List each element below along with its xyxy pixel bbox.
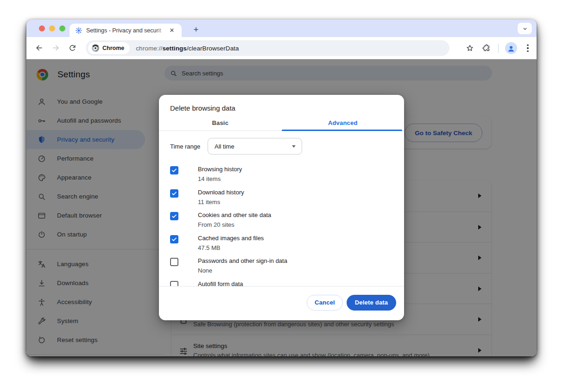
chrome-logo-icon xyxy=(92,44,99,52)
browser-window: Settings - Privacy and securit ✕ + Chrom… xyxy=(26,19,537,356)
data-type-row-cached-images-and-files[interactable]: Cached images and files47.5 MB xyxy=(170,231,393,255)
cancel-button[interactable]: Cancel xyxy=(307,295,343,311)
checkbox-checked[interactable] xyxy=(170,166,178,174)
data-type-row-download-history[interactable]: Download history11 items xyxy=(170,186,393,209)
bookmark-star-button[interactable] xyxy=(465,43,475,53)
site-chip-label: Chrome xyxy=(102,45,124,51)
back-button[interactable] xyxy=(32,41,46,55)
close-window-button[interactable] xyxy=(39,25,45,31)
data-type-count: 47.5 MB xyxy=(198,243,393,253)
browser-toolbar: Chrome chrome://settings/clearBrowserDat… xyxy=(26,37,537,59)
back-arrow-icon xyxy=(35,44,44,52)
site-chip[interactable]: Chrome xyxy=(88,42,130,54)
browser-menu-button[interactable] xyxy=(524,43,532,53)
checkbox-checked[interactable] xyxy=(170,189,178,198)
tab-title: Settings - Privacy and securit xyxy=(86,27,166,34)
new-tab-button[interactable]: + xyxy=(190,23,202,36)
data-type-label: Download history xyxy=(198,188,393,197)
data-type-label: Cookies and other site data xyxy=(198,211,393,220)
data-type-row-browsing-history[interactable]: Browsing history14 items xyxy=(170,162,393,186)
settings-gear-favicon-icon xyxy=(75,27,82,34)
data-type-label: Autofill form data xyxy=(198,280,393,286)
checkbox-checked[interactable] xyxy=(170,212,178,220)
time-range-select[interactable]: All time xyxy=(208,138,302,155)
data-type-count: 11 items xyxy=(198,197,393,207)
data-type-row-cookies-and-other-site-data[interactable]: Cookies and other site dataFrom 20 sites xyxy=(170,208,393,231)
tab-strip: Settings - Privacy and securit ✕ + xyxy=(26,19,537,37)
delete-browsing-data-dialog: Delete browsing data Basic Advanced Time… xyxy=(159,95,404,320)
data-type-count: 14 items xyxy=(198,174,393,184)
data-type-row-passwords-and-other-sign-in-data[interactable]: Passwords and other sign-in dataNone xyxy=(170,254,393,277)
forward-button xyxy=(49,41,63,55)
checkbox-unchecked[interactable] xyxy=(170,258,178,266)
tab-advanced[interactable]: Advanced xyxy=(282,115,405,131)
toolbar-separator xyxy=(498,44,499,53)
browser-tab[interactable]: Settings - Privacy and securit ✕ xyxy=(70,24,182,37)
page-content: Settings You and GoogleAutofill and pass… xyxy=(26,59,537,356)
address-bar[interactable]: Chrome chrome://settings/clearBrowserDat… xyxy=(86,40,449,56)
checkbox-unchecked[interactable] xyxy=(170,281,178,286)
time-range-label: Time range xyxy=(170,143,208,150)
extensions-button[interactable] xyxy=(481,43,492,53)
data-type-count: From 20 sites xyxy=(198,220,393,230)
reload-button[interactable] xyxy=(65,41,79,55)
time-range-row: Time range All time xyxy=(159,131,404,162)
data-type-count: None xyxy=(198,266,393,275)
dialog-tabs: Basic Advanced xyxy=(159,115,404,131)
tab-basic[interactable]: Basic xyxy=(159,115,282,131)
puzzle-icon xyxy=(482,44,491,53)
minimize-window-button[interactable] xyxy=(49,25,55,31)
dialog-footer: Cancel Delete data xyxy=(159,286,404,318)
chevron-down-icon xyxy=(522,25,528,32)
data-type-label: Cached images and files xyxy=(198,234,393,243)
data-type-label: Passwords and other sign-in data xyxy=(198,256,393,266)
delete-data-button[interactable]: Delete data xyxy=(347,295,396,311)
time-range-value: All time xyxy=(215,143,234,150)
profile-avatar[interactable] xyxy=(505,42,517,54)
checkbox-checked[interactable] xyxy=(170,235,178,243)
data-type-row-autofill-form-data[interactable]: Autofill form data xyxy=(170,277,393,286)
window-controls xyxy=(39,25,65,31)
url-text: chrome://settings/clearBrowserData xyxy=(136,45,239,52)
star-icon xyxy=(465,44,474,53)
data-types-list: Browsing history14 itemsDownload history… xyxy=(159,162,404,286)
reload-icon xyxy=(68,44,77,52)
tab-close-icon[interactable]: ✕ xyxy=(168,26,176,35)
maximize-window-button[interactable] xyxy=(59,25,65,31)
forward-arrow-icon xyxy=(51,44,60,52)
person-icon xyxy=(506,44,516,53)
dropdown-caret-icon xyxy=(292,145,296,148)
tab-search-chevron-button[interactable] xyxy=(518,23,532,34)
data-type-label: Browsing history xyxy=(198,165,393,174)
dialog-title: Delete browsing data xyxy=(159,95,404,115)
